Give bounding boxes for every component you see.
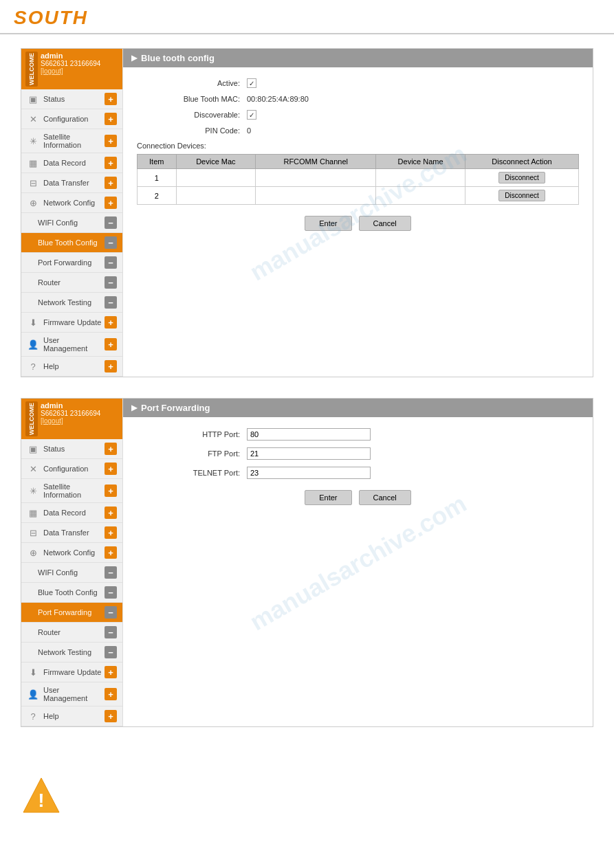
discoverable-checkbox[interactable]: ✓ — [247, 110, 256, 120]
nav-plus-help2[interactable]: + — [105, 710, 117, 722]
nav-plus-networkconfig2[interactable]: + — [105, 546, 117, 559]
subnav-networktesting2[interactable]: Network Testing − — [21, 643, 122, 663]
subnav-minus-bluetooth2[interactable]: − — [105, 586, 117, 599]
subnav-minus-portfwd2[interactable]: − — [105, 606, 117, 619]
table-row-1: 1 Disconnect — [138, 169, 579, 187]
monitor-icon2: ▣ — [27, 443, 39, 455]
subnav-router2[interactable]: Router − — [21, 623, 122, 643]
nav-label-datatransfer1: Data Transfer — [43, 179, 105, 187]
nav-status2[interactable]: ▣ Status + — [21, 439, 122, 459]
ftp-value — [247, 447, 371, 460]
subnav-minus-networktesting1[interactable]: − — [105, 296, 117, 309]
nav-datarecord2[interactable]: ▦ Data Record + — [21, 503, 122, 523]
subnav-bluetooth1[interactable]: Blue Tooth Config − — [21, 233, 122, 253]
ftp-input[interactable] — [247, 447, 371, 460]
nav-plus-satellite2[interactable]: + — [105, 485, 117, 497]
subnav-wifi2[interactable]: WIFI Config − — [21, 563, 122, 583]
disconnect-btn-1[interactable]: Disconnect — [498, 172, 545, 183]
nav-plus-status2[interactable]: + — [105, 443, 117, 455]
welcome-tag2: WELCOME — [25, 401, 38, 436]
subnav-networktesting1[interactable]: Network Testing − — [21, 293, 122, 313]
nav-datarecord1[interactable]: ▦ Data Record + — [21, 153, 122, 173]
subnav-portfwd2[interactable]: Port Forwarding − — [21, 603, 122, 623]
nav-satellite1[interactable]: ✳ Satellite Information + — [21, 129, 122, 153]
nav-plus-datarecord2[interactable]: + — [105, 507, 117, 519]
subnav-portfwd1[interactable]: Port Forwarding − — [21, 253, 122, 273]
nav-configuration2[interactable]: ✕ Configuration + — [21, 459, 122, 479]
header: SOUTH — [0, 0, 614, 34]
active-checkbox[interactable]: ✓ — [247, 78, 256, 88]
nav-status1[interactable]: ▣ Status + — [21, 89, 122, 109]
row2-name — [376, 187, 465, 205]
nav-help2[interactable]: ? Help + — [21, 706, 122, 726]
nav-usermgmt1[interactable]: 👤 User Management + — [21, 333, 122, 357]
nav-networkconfig2[interactable]: ⊕ Network Config + — [21, 543, 122, 563]
enter-button2[interactable]: Enter — [305, 490, 351, 505]
wrench-icon2: ✕ — [27, 463, 39, 475]
subnav-label-bluetooth2: Blue Tooth Config — [38, 588, 105, 597]
nav-plus-firmware1[interactable]: + — [105, 316, 117, 329]
content-title1: Blue tooth config — [141, 53, 215, 63]
disconnect-btn-2[interactable]: Disconnect — [498, 190, 545, 201]
nav-datatransfer1[interactable]: ⊟ Data Transfer + — [21, 173, 122, 193]
form-row-pin: PIN Code: 0 — [137, 126, 579, 135]
enter-button1[interactable]: Enter — [305, 216, 351, 231]
subnav-wifi1[interactable]: WIFI Config − — [21, 213, 122, 233]
nav-plus-usermgmt2[interactable]: + — [105, 688, 117, 700]
form-row-http: HTTP Port: — [137, 428, 579, 441]
nav-firmware1[interactable]: ⬇ Firmware Update + — [21, 313, 122, 333]
logout2[interactable]: [logout] — [41, 417, 100, 425]
nav-plus-firmware2[interactable]: + — [105, 666, 117, 678]
nav-firmware2[interactable]: ⬇ Firmware Update + — [21, 663, 122, 682]
content-header1: ▶ Blue tooth config — [123, 49, 593, 67]
nav-datatransfer2[interactable]: ⊟ Data Transfer + — [21, 523, 122, 543]
nav-plus-datatransfer2[interactable]: + — [105, 526, 117, 539]
globe-icon2: ⊕ — [27, 546, 39, 559]
nav-plus-datarecord1[interactable]: + — [105, 157, 117, 169]
row1-item: 1 — [138, 169, 177, 187]
nav-plus-usermgmt1[interactable]: + — [105, 338, 117, 350]
subnav-bluetooth2[interactable]: Blue Tooth Config − — [21, 583, 122, 603]
col-device-mac: Device Mac — [176, 155, 256, 169]
nav-plus-configuration2[interactable]: + — [105, 463, 117, 475]
form-actions1: Enter Cancel — [137, 216, 579, 231]
form-row-ftp: FTP Port: — [137, 447, 579, 460]
nav-usermgmt2[interactable]: 👤 User Management + — [21, 682, 122, 706]
svg-text:!: ! — [38, 790, 44, 811]
satellite-icon1: ✳ — [27, 135, 39, 147]
download-icon1: ⬇ — [27, 316, 39, 329]
transfer-icon1: ⊟ — [27, 177, 39, 189]
logout1[interactable]: [logout] — [41, 67, 100, 75]
nav-networkconfig1[interactable]: ⊕ Network Config + — [21, 193, 122, 213]
nav-plus-configuration1[interactable]: + — [105, 113, 117, 125]
subnav-minus-router1[interactable]: − — [105, 276, 117, 289]
nav-label-firmware1: Firmware Update — [43, 318, 105, 326]
telnet-value — [247, 467, 371, 479]
subnav-minus-networktesting2[interactable]: − — [105, 646, 117, 658]
telnet-input[interactable] — [247, 467, 371, 479]
content-body2: HTTP Port: FTP Port: TELNET Port: — [123, 417, 593, 516]
subnav-minus-bluetooth1[interactable]: − — [105, 236, 117, 249]
nav-configuration1[interactable]: ✕ Configuration + — [21, 109, 122, 129]
nav-help1[interactable]: ? Help + — [21, 357, 122, 377]
nav-plus-datatransfer1[interactable]: + — [105, 177, 117, 189]
subnav-minus-portfwd1[interactable]: − — [105, 256, 117, 269]
http-input[interactable] — [247, 428, 371, 441]
nav-satellite2[interactable]: ✳ Satellite Information + — [21, 479, 122, 503]
nav-plus-help1[interactable]: + — [105, 360, 117, 372]
http-value — [247, 428, 371, 441]
connection-table: Item Device Mac RFCOMM Channel Device Na… — [137, 154, 579, 205]
nav-label-usermgmt2: User Management — [43, 686, 105, 702]
subnav-label-networktesting2: Network Testing — [38, 648, 105, 656]
subnav-label-wifi1: WIFI Config — [38, 219, 105, 227]
nav-plus-networkconfig1[interactable]: + — [105, 197, 117, 209]
subnav-minus-wifi1[interactable]: − — [105, 216, 117, 229]
cancel-button1[interactable]: Cancel — [359, 216, 411, 231]
nav-plus-status1[interactable]: + — [105, 93, 117, 105]
subnav-minus-wifi2[interactable]: − — [105, 566, 117, 579]
subnav-minus-router2[interactable]: − — [105, 626, 117, 638]
user-icon1: 👤 — [27, 338, 39, 350]
cancel-button2[interactable]: Cancel — [359, 490, 411, 505]
nav-plus-satellite1[interactable]: + — [105, 135, 117, 147]
subnav-router1[interactable]: Router − — [21, 273, 122, 293]
